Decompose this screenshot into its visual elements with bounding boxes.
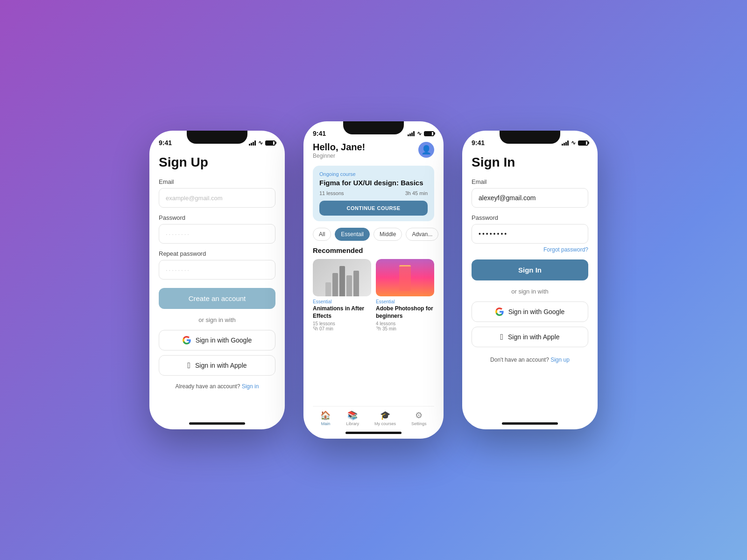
email-input-r[interactable]: alexeyf@gmail.com xyxy=(472,188,588,208)
course-lessons-1: 15 lessons xyxy=(313,321,371,326)
signup-title: Sign Up xyxy=(159,155,275,170)
email-value-r: alexeyf@gmail.com xyxy=(479,194,536,202)
course-name-2: Adobe Photoshop for beginners xyxy=(376,305,434,320)
bottom-nav: 🏠 Main 📚 Library 🎓 My courses ⚙ Settings xyxy=(313,406,434,428)
status-icons-right: ∿ xyxy=(562,140,588,146)
or-sign-in-left: or sign in with xyxy=(159,316,275,323)
google-btn-label-right: Sign in with Google xyxy=(508,308,565,315)
phone-signup: 9:41 ∿ Sign Up Email example@gmail.com xyxy=(149,131,285,429)
hello-name: Hello, Jane! xyxy=(313,142,365,153)
course-tag-1: Essential xyxy=(313,299,371,304)
time-left: 9:41 xyxy=(159,139,172,147)
create-account-button[interactable]: Create an account xyxy=(159,288,275,309)
lessons-count: 11 lessons xyxy=(319,190,344,196)
repeat-password-input[interactable]: ········ xyxy=(159,260,275,280)
course-duration-2: 2h 35 min xyxy=(376,326,434,331)
course-meta: 11 lessons 3h 45 min xyxy=(319,190,428,196)
wifi-icon: ∿ xyxy=(258,140,263,146)
battery-icon-c xyxy=(424,131,434,136)
signin-title: Sign In xyxy=(472,155,588,170)
apple-icon-left:  xyxy=(187,361,190,370)
password-label: Password xyxy=(159,214,275,221)
continue-button[interactable]: CONTINUE COURSE xyxy=(319,201,428,216)
apple-signin-button-right[interactable]:  Sign in with Apple xyxy=(472,327,588,347)
wifi-icon-c: ∿ xyxy=(417,130,422,137)
account-text-left: Already have an account? Sign in xyxy=(159,383,275,390)
signal-icon-r xyxy=(562,140,569,146)
notch-center xyxy=(343,121,404,134)
email-input[interactable]: example@gmail.com xyxy=(159,188,275,208)
notch-right xyxy=(500,131,560,144)
home-indicator-right xyxy=(502,422,558,425)
sign-in-link[interactable]: Sign in xyxy=(242,383,259,390)
google-icon-left xyxy=(183,336,191,344)
nav-library-label: Library xyxy=(346,421,359,426)
filter-tabs: All Essentail Middle Advan... xyxy=(313,228,434,241)
course-thumb-2 xyxy=(376,259,434,296)
or-sign-in-right: or sign in with xyxy=(472,288,588,295)
ongoing-label: Ongoing course xyxy=(319,171,428,177)
time-right: 9:41 xyxy=(472,139,485,147)
duration: 3h 45 min xyxy=(405,190,428,196)
course-tag-2: Essential xyxy=(376,299,434,304)
nav-main[interactable]: 🏠 Main xyxy=(320,410,331,426)
nav-mycourses[interactable]: 🎓 My courses xyxy=(374,410,396,426)
nav-library[interactable]: 📚 Library xyxy=(346,410,359,426)
battery-icon-r xyxy=(578,140,588,146)
user-icon: 👤 xyxy=(421,145,431,155)
avatar[interactable]: 👤 xyxy=(418,142,434,158)
apple-signin-button-left[interactable]:  Sign in with Apple xyxy=(159,355,275,376)
status-icons-center: ∿ xyxy=(408,130,434,137)
pink-visual xyxy=(376,259,434,296)
columns-visual xyxy=(313,259,371,296)
course-duration-1: 5h 07 min xyxy=(313,326,371,331)
phones-container: 9:41 ∿ Sign Up Email example@gmail.com xyxy=(149,131,598,429)
battery-icon xyxy=(265,140,275,146)
courses-grid: Essential Animations in After Effects 15… xyxy=(313,259,434,331)
filter-essential[interactable]: Essentail xyxy=(335,228,370,241)
password-input[interactable]: ········ xyxy=(159,224,275,244)
wifi-icon-r: ∿ xyxy=(571,140,576,146)
home-icon: 🏠 xyxy=(320,410,331,420)
status-icons-left: ∿ xyxy=(249,140,275,146)
nav-settings[interactable]: ⚙ Settings xyxy=(411,410,427,426)
signal-icon xyxy=(249,140,256,146)
google-icon-right xyxy=(495,308,504,316)
apple-btn-label-right: Sign in with Apple xyxy=(508,333,560,341)
time-center: 9:41 xyxy=(313,130,326,137)
recommended-title: Recommended xyxy=(313,246,434,254)
home-indicator-center xyxy=(345,432,402,434)
ongoing-card: Ongoing course Figma for UX/UI design: B… xyxy=(313,166,434,221)
filter-all[interactable]: All xyxy=(313,228,331,241)
account-text-right: Don't have an account? Sign up xyxy=(472,357,588,363)
password-value-r: •••••••• xyxy=(479,230,508,238)
forgot-password-link[interactable]: Forgot password? xyxy=(472,246,588,253)
course-card-2[interactable]: Essential Adobe Photoshop for beginners … xyxy=(376,259,434,331)
google-signin-button-left[interactable]: Sign in with Google xyxy=(159,330,275,350)
google-signin-button-right[interactable]: Sign in with Google xyxy=(472,301,588,322)
signin-button[interactable]: Sign In xyxy=(472,259,588,280)
password-input-r[interactable]: •••••••• xyxy=(472,224,588,244)
signal-icon-c xyxy=(408,131,415,136)
course-name-1: Animations in After Effects xyxy=(313,305,371,320)
course-thumb-1 xyxy=(313,259,371,296)
filter-advanced[interactable]: Advan... xyxy=(406,228,438,241)
signup-screen: Sign Up Email example@gmail.com Password… xyxy=(149,151,285,419)
apple-icon-right:  xyxy=(500,333,503,341)
settings-icon: ⚙ xyxy=(415,410,423,420)
hello-level: Beginner xyxy=(313,153,365,159)
course-card-1[interactable]: Essential Animations in After Effects 15… xyxy=(313,259,371,331)
hello-row: Hello, Jane! Beginner 👤 xyxy=(313,142,434,159)
sign-up-link[interactable]: Sign up xyxy=(550,357,570,363)
course-info-2: 4 lessons 2h 35 min xyxy=(376,321,434,331)
home-screen: Hello, Jane! Beginner 👤 Ongoing course F… xyxy=(303,142,444,428)
filter-middle[interactable]: Middle xyxy=(374,228,402,241)
notch-left xyxy=(187,131,247,144)
email-label: Email xyxy=(159,178,275,185)
password-label-r: Password xyxy=(472,214,588,221)
phone-signin: 9:41 ∿ Sign In Email alexeyf@gmail.com xyxy=(462,131,598,429)
course-info-1: 15 lessons 5h 07 min xyxy=(313,321,371,331)
ongoing-title: Figma for UX/UI design: Basics xyxy=(319,179,428,187)
greeting-block: Hello, Jane! Beginner xyxy=(313,142,365,159)
email-label-r: Email xyxy=(472,178,588,185)
